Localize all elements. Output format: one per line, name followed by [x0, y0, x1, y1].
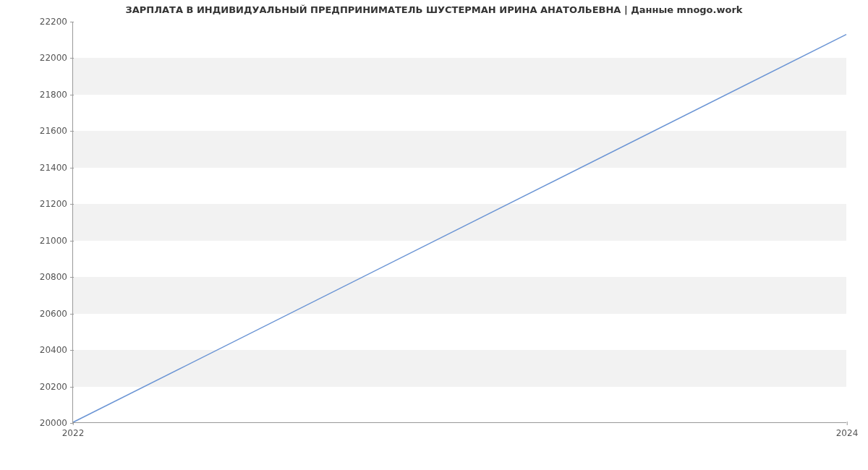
data-line [73, 35, 846, 422]
y-tick-label: 21200 [40, 199, 73, 209]
y-tick-label: 21800 [40, 90, 73, 100]
line-series [73, 22, 846, 422]
y-tick-label: 20200 [40, 382, 73, 392]
x-tick-label: 2024 [836, 422, 859, 438]
chart-title: ЗАРПЛАТА В ИНДИВИДУАЛЬНЫЙ ПРЕДПРИНИМАТЕЛ… [0, 4, 868, 15]
y-tick-label: 22000 [40, 53, 73, 63]
y-tick-label: 20800 [40, 272, 73, 282]
y-tick-label: 20400 [40, 345, 73, 355]
chart-container: ЗАРПЛАТА В ИНДИВИДУАЛЬНЫЙ ПРЕДПРИНИМАТЕЛ… [0, 0, 868, 470]
y-tick-label: 22200 [40, 17, 73, 27]
y-tick-label: 21400 [40, 163, 73, 173]
x-tick-label: 2022 [62, 422, 85, 438]
y-tick-label: 21000 [40, 236, 73, 246]
y-tick-label: 21600 [40, 126, 73, 136]
plot-area: 2000020200204002060020800210002120021400… [72, 22, 846, 423]
y-tick-label: 20600 [40, 309, 73, 319]
